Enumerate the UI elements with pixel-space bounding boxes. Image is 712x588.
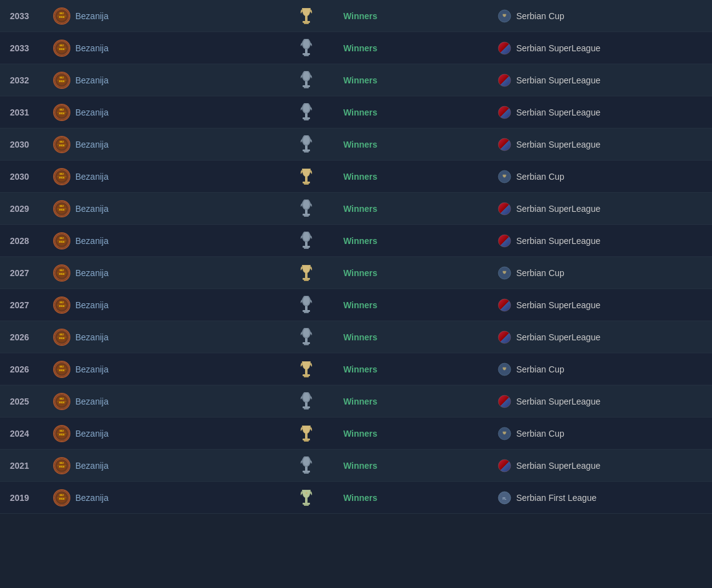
team-logo: BEZ ANIJA xyxy=(53,104,70,121)
competition-name: Serbian SuperLeague xyxy=(516,75,600,85)
team-cell: BEZ ANIJA Bezanija xyxy=(53,200,269,217)
team-cell: BEZ ANIJA Bezanija xyxy=(53,168,269,185)
trophy-cell xyxy=(269,167,343,186)
team-cell: BEZ ANIJA Bezanija xyxy=(53,425,269,442)
year-cell: 2026 xyxy=(10,332,53,342)
svg-point-153 xyxy=(303,393,309,401)
competition-logo xyxy=(498,427,511,440)
svg-rect-7 xyxy=(305,16,308,22)
team-name: Bezanija xyxy=(75,429,109,439)
team-name: Bezanija xyxy=(75,236,109,246)
team-cell: BEZ ANIJA Bezanija xyxy=(53,232,269,250)
competition-cell: Serbian SuperLeague xyxy=(498,202,702,216)
trophy-cell xyxy=(269,200,343,218)
table-row: 2024 BEZ ANIJA Bezanija Winners xyxy=(0,418,712,450)
competition-logo xyxy=(498,330,511,344)
svg-point-32 xyxy=(303,72,309,80)
competition-logo xyxy=(498,363,511,376)
year-cell: 2030 xyxy=(10,172,53,182)
competition-logo xyxy=(498,234,511,248)
svg-point-45 xyxy=(303,104,309,112)
competition-cell: Serbian Cup xyxy=(498,363,702,376)
table-row: 2027 BEZ ANIJA Bezanija Winners xyxy=(0,289,712,321)
competition-cell: Serbian SuperLeague xyxy=(498,74,702,87)
svg-text:BEZ: BEZ xyxy=(60,44,64,46)
team-name: Bezanija xyxy=(75,493,109,503)
competition-name: Serbian SuperLeague xyxy=(516,140,600,149)
svg-rect-164 xyxy=(305,434,308,439)
svg-text:BEZ: BEZ xyxy=(60,204,64,207)
svg-point-176 xyxy=(303,457,309,466)
competition-logo xyxy=(498,138,511,151)
competition-cell: Serbian Cup xyxy=(498,427,702,440)
competition-logo: FL xyxy=(498,491,511,505)
competition-cell: Serbian SuperLeague xyxy=(498,330,702,344)
team-logo: BEZ ANIJA xyxy=(53,232,70,250)
result-cell: Winners xyxy=(343,364,498,374)
year-cell: 2031 xyxy=(10,107,53,117)
table-row: 2025 BEZ ANIJA Bezanija Winners xyxy=(0,385,712,418)
team-cell: BEZ ANIJA Bezanija xyxy=(53,296,269,314)
result-cell: Winners xyxy=(343,268,498,278)
result-cell: Winners xyxy=(343,397,498,406)
competition-cell: Serbian SuperLeague xyxy=(498,106,702,119)
team-name: Bezanija xyxy=(75,75,109,85)
trophy-cell xyxy=(269,103,343,122)
team-name: Bezanija xyxy=(75,364,109,374)
table-row: 2030 BEZ ANIJA Bezanija Winners xyxy=(0,161,712,193)
svg-text:BEZ: BEZ xyxy=(60,461,64,464)
competition-cell: FL Serbian First League xyxy=(498,491,702,505)
year-cell: 2033 xyxy=(10,43,53,53)
competition-logo xyxy=(498,395,511,408)
competition-name: Serbian SuperLeague xyxy=(516,461,600,471)
trophy-cell xyxy=(269,296,343,314)
year-cell: 2029 xyxy=(10,204,53,214)
year-cell: 2033 xyxy=(10,11,53,21)
table-row: 2021 BEZ ANIJA Bezanija Winners xyxy=(0,450,712,482)
svg-point-19 xyxy=(303,40,309,48)
competition-name: Serbian SuperLeague xyxy=(516,332,600,342)
result-cell: Winners xyxy=(343,461,498,471)
competition-cell: Serbian SuperLeague xyxy=(498,459,702,472)
team-cell: BEZ ANIJA Bezanija xyxy=(53,72,269,89)
svg-text:BEZ: BEZ xyxy=(60,333,64,335)
team-cell: BEZ ANIJA Bezanija xyxy=(53,361,269,378)
svg-text:BEZ: BEZ xyxy=(60,12,64,14)
result-cell: Winners xyxy=(343,332,498,342)
trophy-cell xyxy=(269,71,343,90)
result-cell: Winners xyxy=(343,43,498,53)
competition-logo xyxy=(498,9,511,23)
team-name: Bezanija xyxy=(75,268,109,278)
table-row: 2030 BEZ ANIJA Bezanija Winners xyxy=(0,128,712,161)
team-cell: BEZ ANIJA Bezanija xyxy=(53,7,269,25)
team-logo: BEZ ANIJA xyxy=(53,489,70,506)
team-logo: BEZ ANIJA xyxy=(53,361,70,378)
competition-name: Serbian SuperLeague xyxy=(516,43,600,53)
year-cell: 2026 xyxy=(10,364,53,374)
svg-point-58 xyxy=(303,136,309,145)
svg-rect-69 xyxy=(305,177,308,182)
svg-point-81 xyxy=(303,200,309,209)
year-cell: 2019 xyxy=(10,493,53,503)
competition-logo xyxy=(498,41,511,55)
trophy-cell xyxy=(269,264,343,282)
table-row: 2026 BEZ ANIJA Bezanija Winners xyxy=(0,321,712,353)
svg-text:BEZ: BEZ xyxy=(60,494,64,496)
trophy-cell xyxy=(269,39,343,57)
table-row: 2033 BEZ ANIJA Bezanija Winners xyxy=(0,0,712,32)
competition-cell: Serbian SuperLeague xyxy=(498,138,702,151)
team-logo: BEZ ANIJA xyxy=(53,457,70,474)
trophy-cell xyxy=(269,135,343,154)
team-name: Bezanija xyxy=(75,107,109,117)
team-cell: BEZ ANIJA Bezanija xyxy=(53,104,269,121)
team-cell: BEZ ANIJA Bezanija xyxy=(53,40,269,57)
result-cell: Winners xyxy=(343,11,498,21)
competition-logo xyxy=(498,298,511,312)
svg-text:BEZ: BEZ xyxy=(60,365,64,368)
competition-cell: Serbian SuperLeague xyxy=(498,41,702,55)
team-cell: BEZ ANIJA Bezanija xyxy=(53,489,269,506)
team-name: Bezanija xyxy=(75,300,109,310)
team-logo: BEZ ANIJA xyxy=(53,425,70,442)
table-row: 2032 BEZ ANIJA Bezanija Winners xyxy=(0,64,712,96)
team-cell: BEZ ANIJA Bezanija xyxy=(53,393,269,410)
